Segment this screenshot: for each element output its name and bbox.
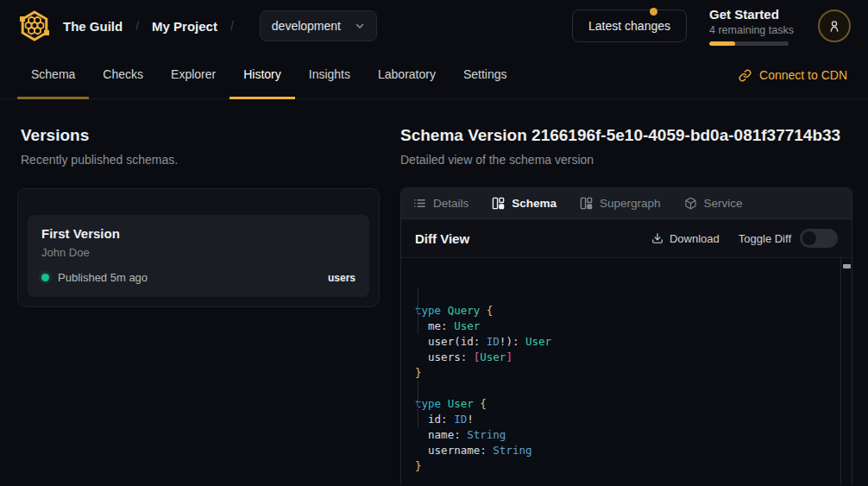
get-started-widget[interactable]: Get Started 4 remaining tasks bbox=[709, 7, 796, 46]
tab-history[interactable]: History bbox=[230, 52, 295, 99]
versions-title: Versions bbox=[21, 126, 380, 145]
get-started-progress-bar bbox=[709, 41, 789, 46]
tab-checks[interactable]: Checks bbox=[89, 52, 157, 99]
code-line: } bbox=[415, 458, 827, 474]
download-button[interactable]: Download bbox=[651, 232, 720, 245]
version-meta-row: Published 5m ago users bbox=[41, 271, 355, 284]
breadcrumb-separator: / bbox=[135, 19, 139, 33]
versions-subtitle: Recently published schemas. bbox=[21, 153, 380, 167]
detail-tab-supergraph[interactable]: Supergraph bbox=[580, 197, 661, 210]
notification-dot bbox=[650, 8, 657, 16]
code-line: name: String bbox=[415, 427, 827, 443]
code-scrollbar-thumb[interactable] bbox=[843, 264, 851, 268]
tab-schema[interactable]: Schema bbox=[17, 52, 89, 99]
code-line: me: User bbox=[415, 319, 827, 334]
versions-panel: Versions Recently published schemas. Fir… bbox=[0, 99, 400, 307]
toggle-diff-switch[interactable] bbox=[800, 229, 838, 248]
schema-code-viewer[interactable]: type Query { me: User user(id: ID!): Use… bbox=[401, 258, 852, 485]
tab-insights[interactable]: Insights bbox=[295, 52, 364, 99]
indent-guide bbox=[418, 381, 418, 427]
project-breadcrumb[interactable]: My Project bbox=[152, 19, 217, 34]
schema-version-title: Schema Version 2166196f-5e10-4059-bd0a-0… bbox=[400, 126, 852, 145]
get-started-progress-fill bbox=[709, 41, 735, 46]
breadcrumb-separator: / bbox=[230, 19, 234, 33]
download-icon bbox=[651, 232, 664, 244]
code-lines: type Query { me: User user(id: ID!): Use… bbox=[415, 303, 827, 474]
detail-tab-label: Schema bbox=[512, 197, 557, 210]
code-line: } bbox=[415, 365, 827, 381]
diff-view-toolbar: Diff View Download Toggle Diff bbox=[401, 219, 852, 258]
connect-to-cdn-label: Connect to CDN bbox=[759, 68, 847, 82]
header-actions: Latest changes Get Started 4 remaining t… bbox=[572, 7, 851, 46]
chevron-down-icon bbox=[355, 21, 365, 31]
detail-tab-label: Supergraph bbox=[600, 197, 661, 210]
indent-guide bbox=[418, 287, 418, 334]
list-icon bbox=[413, 197, 426, 210]
tab-settings[interactable]: Settings bbox=[450, 52, 521, 99]
columns-icon bbox=[492, 197, 505, 210]
diff-actions: Download Toggle Diff bbox=[651, 229, 838, 248]
version-author: John Doe bbox=[41, 246, 355, 259]
schema-version-subtitle: Detailed view of the schema version bbox=[400, 153, 852, 167]
tab-explorer[interactable]: Explorer bbox=[157, 52, 230, 99]
columns-icon bbox=[580, 197, 593, 210]
code-line: type Query { bbox=[415, 303, 827, 319]
detail-tabstrip: Details Schema Supergraph bbox=[401, 188, 852, 219]
detail-tab-service[interactable]: Service bbox=[684, 197, 743, 210]
latest-changes-button[interactable]: Latest changes bbox=[572, 9, 687, 42]
org-breadcrumb[interactable]: The Guild bbox=[63, 19, 123, 34]
get-started-title: Get Started bbox=[709, 7, 796, 22]
target-selector-dropdown[interactable]: development bbox=[260, 10, 377, 41]
detail-tab-label: Details bbox=[433, 197, 469, 210]
user-avatar[interactable] bbox=[818, 9, 851, 42]
cube-icon bbox=[684, 197, 697, 210]
detail-tab-details[interactable]: Details bbox=[413, 197, 469, 210]
published-status-dot bbox=[41, 274, 49, 281]
toggle-diff-label: Toggle Diff bbox=[739, 232, 791, 245]
code-line: users: [User] bbox=[415, 350, 827, 365]
download-label: Download bbox=[670, 232, 720, 245]
code-line: type User { bbox=[415, 396, 827, 412]
version-name: First Version bbox=[41, 226, 355, 241]
schema-version-panel: Schema Version 2166196f-5e10-4059-bd0a-0… bbox=[400, 99, 852, 485]
get-started-subtitle: 4 remaining tasks bbox=[709, 24, 796, 36]
user-icon bbox=[827, 18, 842, 34]
detail-tab-label: Service bbox=[704, 197, 743, 210]
detail-tab-schema[interactable]: Schema bbox=[492, 197, 557, 210]
schema-version-detail-card: Details Schema Supergraph bbox=[400, 187, 852, 485]
link-icon bbox=[739, 69, 752, 82]
diff-view-title: Diff View bbox=[415, 231, 469, 246]
versions-list-card: First Version John Doe Published 5m ago … bbox=[17, 188, 380, 307]
tab-laboratory[interactable]: Laboratory bbox=[364, 52, 450, 99]
published-status-text: Published 5m ago bbox=[58, 271, 148, 284]
code-line bbox=[415, 381, 827, 396]
service-badge: users bbox=[328, 272, 355, 284]
target-selector-value: development bbox=[272, 19, 341, 33]
switch-knob bbox=[802, 231, 816, 245]
toggle-diff-control: Toggle Diff bbox=[739, 229, 838, 248]
code-scrollbar[interactable] bbox=[840, 258, 852, 485]
top-header: The Guild / My Project / development Lat… bbox=[0, 0, 868, 52]
code-line: username: String bbox=[415, 443, 827, 458]
code-line: id: ID! bbox=[415, 412, 827, 427]
hive-logo-icon[interactable] bbox=[17, 9, 52, 43]
main-nav: Schema Checks Explorer History Insights … bbox=[0, 52, 868, 99]
version-list-item[interactable]: First Version John Doe Published 5m ago … bbox=[28, 215, 369, 297]
code-line: user(id: ID!): User bbox=[415, 334, 827, 350]
connect-to-cdn-link[interactable]: Connect to CDN bbox=[735, 52, 851, 98]
